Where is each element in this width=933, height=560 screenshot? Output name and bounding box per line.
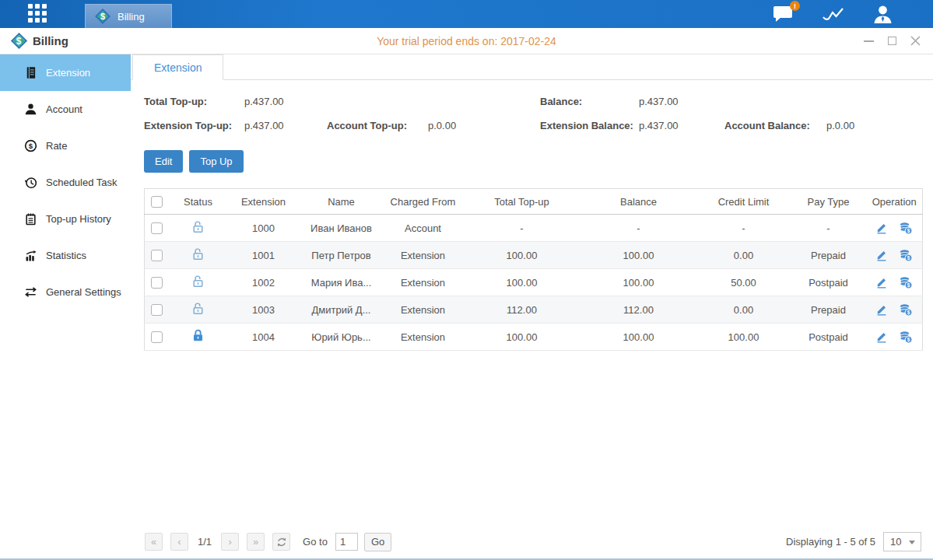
- prev-page-button[interactable]: ‹: [170, 533, 188, 551]
- sidebar-item-topup-history[interactable]: Top-up History: [0, 201, 131, 237]
- titlebar: $ Billing Your trial period ends on: 201…: [0, 28, 933, 54]
- cell-name: Дмитрий Д...: [300, 296, 383, 324]
- sidebar-item-statistics[interactable]: Statistics: [0, 237, 131, 274]
- extension-balance-label: Extension Balance:: [540, 120, 639, 131]
- unlocked-icon: [191, 220, 205, 233]
- extension-topup-label: Extension Top-up:: [144, 120, 244, 131]
- cell-total-topup: 100.00: [464, 324, 580, 351]
- svg-text:$: $: [907, 228, 910, 234]
- sidebar-item-label: Account: [46, 103, 82, 115]
- topup-coins-icon[interactable]: $: [899, 249, 913, 262]
- sidebar-item-scheduled-task[interactable]: Scheduled Task: [0, 164, 131, 201]
- cell-balance: 112.00: [580, 296, 697, 324]
- row-checkbox[interactable]: [151, 304, 163, 316]
- sidebar-item-extension[interactable]: Extension: [0, 54, 131, 91]
- cell-extension: 1002: [227, 269, 300, 296]
- sidebar-item-label: Rate: [46, 140, 67, 152]
- ledger-icon: [24, 66, 37, 79]
- topbar-app-tab-billing[interactable]: $ Billing: [85, 4, 172, 28]
- cell-charged-from: Extension: [383, 324, 464, 351]
- cell-extension: 1003: [227, 296, 300, 324]
- go-button[interactable]: Go: [364, 533, 391, 551]
- notepad-icon: [24, 212, 37, 226]
- goto-label: Go to: [303, 536, 328, 548]
- notifications-chat-icon[interactable]: !: [773, 5, 794, 23]
- person-icon: [24, 103, 37, 116]
- pagination-bar: « ‹ 1/1 › » Go to Go: [144, 527, 923, 558]
- displaying-text: Displaying 1 - 5 of 5: [786, 536, 875, 548]
- page-indicator: 1/1: [198, 536, 212, 548]
- goto-page-input[interactable]: [335, 533, 358, 551]
- account-topup-value: p.0.00: [428, 120, 456, 131]
- cell-charged-from: Extension: [383, 269, 464, 296]
- tab-extension[interactable]: Extension: [132, 54, 223, 80]
- edit-pencil-icon[interactable]: [875, 249, 888, 261]
- row-checkbox[interactable]: [151, 250, 163, 261]
- cell-charged-from: Extension: [383, 242, 464, 269]
- account-topup-label: Account Top-up:: [327, 120, 428, 131]
- row-checkbox[interactable]: [151, 277, 163, 289]
- svg-text:$: $: [29, 142, 33, 150]
- cell-pay-type: Prepaid: [791, 296, 867, 324]
- row-checkbox[interactable]: [151, 331, 163, 343]
- topup-coins-icon[interactable]: $: [899, 303, 913, 317]
- first-page-button[interactable]: «: [145, 533, 163, 551]
- window-controls: [864, 36, 933, 46]
- col-header-status: Status: [170, 189, 227, 215]
- cell-name: Юрий Юрь...: [300, 324, 383, 351]
- sliders-icon: [24, 285, 37, 299]
- billing-app-window: $ Billing !: [0, 0, 933, 560]
- app-body: Extension Account $ Rate: [0, 54, 933, 558]
- chevron-down-icon: [909, 541, 915, 544]
- apps-grid-icon[interactable]: [28, 4, 48, 24]
- status-cell: [170, 296, 227, 324]
- svg-text:$: $: [907, 282, 910, 289]
- last-page-button[interactable]: »: [247, 533, 265, 551]
- status-cell: [170, 269, 227, 296]
- topbar-app-tab-label: Billing: [118, 11, 145, 23]
- topbar: $ Billing !: [0, 0, 933, 28]
- edit-button[interactable]: Edit: [144, 150, 183, 173]
- edit-pencil-icon[interactable]: [875, 331, 888, 343]
- table-row: 1003 Дмитрий Д... Extension 112.00 112.0…: [145, 296, 923, 324]
- tabstrip: Extension: [131, 54, 933, 80]
- cell-pay-type: Prepaid: [791, 242, 867, 269]
- cell-credit-limit: 100.00: [697, 324, 791, 351]
- topup-coins-icon[interactable]: $: [899, 276, 913, 289]
- close-button[interactable]: [910, 36, 921, 46]
- minimize-button[interactable]: [864, 36, 874, 46]
- sidebar-item-label: Extension: [46, 67, 90, 79]
- cell-total-topup: 100.00: [464, 269, 580, 296]
- page-size-select[interactable]: 10: [883, 532, 921, 551]
- summary-section: Total Top-up: p.437.00 Extension Top-up:…: [144, 89, 923, 138]
- statistics-chart-icon[interactable]: [822, 5, 845, 23]
- refresh-button[interactable]: [272, 533, 290, 551]
- edit-pencil-icon[interactable]: [875, 303, 888, 316]
- table-header-row: Status Extension Name Charged From Total…: [145, 189, 923, 215]
- trial-notice: Your trial period ends on: 2017-02-24: [0, 35, 933, 47]
- topup-coins-icon[interactable]: $: [899, 222, 913, 235]
- sidebar: Extension Account $ Rate: [0, 54, 131, 558]
- table-row: 1004 Юрий Юрь... Extension 100.00 100.00…: [145, 324, 923, 351]
- table-row: 1002 Мария Ива... Extension 100.00 100.0…: [145, 269, 923, 296]
- topup-coins-icon[interactable]: $: [899, 331, 913, 344]
- page-size-value: 10: [890, 536, 901, 548]
- refresh-icon: [276, 537, 287, 548]
- sidebar-item-account[interactable]: Account: [0, 91, 131, 128]
- edit-pencil-icon[interactable]: [875, 276, 888, 289]
- col-header-extension: Extension: [227, 189, 300, 215]
- col-header-total-topup: Total Top-up: [464, 189, 580, 215]
- topup-button[interactable]: Top Up: [189, 150, 243, 173]
- bar-chart-icon: [24, 249, 37, 262]
- extension-topup-value: p.437.00: [244, 120, 327, 131]
- main-panel: Extension Total Top-up: p.437.00 Extensi…: [131, 54, 933, 558]
- row-checkbox[interactable]: [151, 222, 163, 234]
- user-account-icon[interactable]: [873, 5, 893, 23]
- edit-pencil-icon[interactable]: [875, 222, 888, 234]
- sidebar-item-rate[interactable]: $ Rate: [0, 128, 131, 164]
- maximize-button[interactable]: [887, 36, 897, 46]
- select-all-checkbox[interactable]: [151, 196, 163, 208]
- sidebar-item-general-settings[interactable]: General Settings: [0, 274, 131, 310]
- next-page-button[interactable]: ›: [221, 533, 239, 551]
- balance-value: p.437.00: [639, 96, 679, 107]
